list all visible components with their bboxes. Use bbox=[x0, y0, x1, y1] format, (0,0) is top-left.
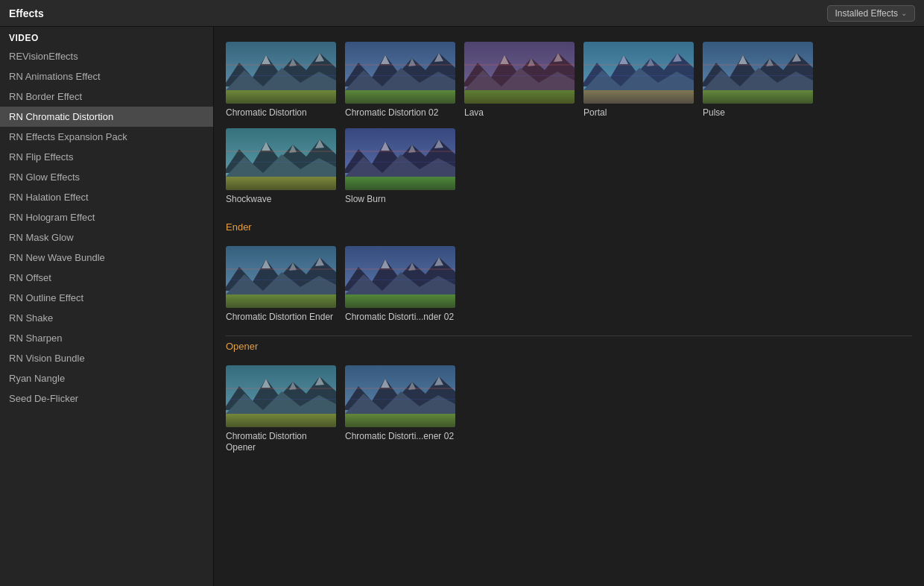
effect-item-lava[interactable]: Lava bbox=[464, 42, 575, 119]
section-opener: Opener Chromatic Distortion Opener bbox=[226, 335, 912, 454]
effect-label-chromatic-distortion: Chromatic Distortion bbox=[226, 107, 336, 119]
svg-rect-55 bbox=[226, 162, 336, 163]
svg-rect-90 bbox=[226, 388, 336, 389]
svg-rect-64 bbox=[345, 162, 455, 163]
sidebar-item-rn-chromatic-distortion[interactable]: RN Chromatic Distortion bbox=[0, 107, 213, 127]
section-label-opener: Opener bbox=[226, 335, 912, 359]
sidebar-item-rn-vision-bundle[interactable]: RN Vision Bundle bbox=[0, 348, 213, 368]
svg-rect-8 bbox=[226, 75, 336, 76]
svg-rect-82 bbox=[345, 280, 455, 280]
svg-rect-15 bbox=[345, 90, 455, 104]
sidebar-item-rn-animations-effect[interactable]: RN Animations Effect bbox=[0, 66, 213, 86]
effect-item-slow-burn[interactable]: Slow Burn bbox=[345, 128, 455, 206]
installed-effects-label: Installed Effects bbox=[835, 8, 899, 19]
sidebar-item-rn-effects-expansion-pack[interactable]: RN Effects Expansion Pack bbox=[0, 127, 213, 147]
effects-grid-no-section: Chromatic Distortion Chromatic Distorti bbox=[226, 42, 912, 205]
content-area: Chromatic Distortion Chromatic Distorti bbox=[214, 27, 924, 586]
svg-rect-63 bbox=[345, 151, 455, 152]
content-sections-container: Chromatic Distortion Chromatic Distorti bbox=[226, 39, 912, 454]
effect-item-shockwave[interactable]: Shockwave bbox=[226, 128, 336, 206]
svg-rect-91 bbox=[226, 399, 336, 400]
svg-rect-37 bbox=[583, 75, 694, 76]
section-label-ender: Ender bbox=[226, 217, 912, 240]
effect-label-portal: Portal bbox=[583, 107, 694, 119]
effect-thumb-chromatic-distortion-opener-02 bbox=[345, 365, 455, 427]
effect-thumb-chromatic-distortion-ender bbox=[226, 246, 336, 308]
svg-rect-36 bbox=[583, 64, 694, 66]
svg-rect-45 bbox=[703, 64, 813, 66]
sidebar-item-rn-mask-glow[interactable]: RN Mask Glow bbox=[0, 227, 213, 248]
installed-effects-button[interactable]: Installed Effects ⌄ bbox=[827, 5, 916, 22]
sidebar-item-rn-border-effect[interactable]: RN Border Effect bbox=[0, 86, 213, 107]
effect-thumb-pulse bbox=[703, 42, 813, 104]
effect-item-chromatic-distortion-ender[interactable]: Chromatic Distortion Ender bbox=[226, 246, 336, 324]
effect-label-chromatic-distortion-opener-02: Chromatic Distorti...ener 02 bbox=[345, 431, 455, 443]
svg-rect-16 bbox=[345, 64, 455, 66]
svg-rect-54 bbox=[226, 151, 336, 152]
sidebar-item-rn-new-wave-bundle[interactable]: RN New Wave Bundle bbox=[0, 248, 213, 268]
svg-rect-17 bbox=[345, 75, 455, 76]
section-ender: Ender Chromatic Distortion Ender bbox=[226, 217, 912, 324]
sidebar-item-rn-sharpen[interactable]: RN Sharpen bbox=[0, 328, 213, 348]
effect-item-portal[interactable]: Portal bbox=[583, 42, 694, 119]
svg-rect-44 bbox=[703, 90, 813, 104]
svg-rect-73 bbox=[226, 280, 336, 280]
effect-label-chromatic-distortion-ender: Chromatic Distortion Ender bbox=[226, 312, 336, 324]
chevron-icon: ⌄ bbox=[901, 9, 907, 17]
sidebar: VIDEO REVisionEffectsRN Animations Effec… bbox=[0, 27, 214, 586]
sidebar-item-rn-offset[interactable]: RN Offset bbox=[0, 268, 213, 288]
svg-rect-81 bbox=[345, 268, 455, 270]
effect-item-chromatic-distortion[interactable]: Chromatic Distortion bbox=[226, 42, 336, 119]
effect-thumb-chromatic-distortion-ender-02 bbox=[345, 246, 455, 308]
effect-thumb-chromatic-distortion-02 bbox=[345, 42, 455, 104]
svg-rect-72 bbox=[226, 268, 336, 270]
svg-rect-99 bbox=[345, 388, 455, 389]
effect-thumb-chromatic-distortion bbox=[226, 42, 336, 104]
svg-rect-27 bbox=[464, 75, 575, 76]
effect-thumb-portal bbox=[583, 42, 694, 104]
svg-rect-6 bbox=[226, 90, 336, 104]
sidebar-item-seed-de-flicker[interactable]: Seed De-Flicker bbox=[0, 388, 213, 409]
effect-label-chromatic-distortion-ender-02: Chromatic Distorti...nder 02 bbox=[345, 312, 455, 324]
svg-rect-26 bbox=[464, 64, 575, 66]
svg-rect-98 bbox=[345, 414, 455, 427]
page-title: Effects bbox=[9, 7, 44, 19]
sidebar-items-container: REVisionEffectsRN Animations EffectRN Bo… bbox=[0, 46, 213, 409]
header: Effects Installed Effects ⌄ bbox=[0, 0, 924, 27]
effects-grid-ender: Chromatic Distortion Ender Chromatic Di bbox=[226, 246, 912, 324]
effect-item-chromatic-distortion-opener-02[interactable]: Chromatic Distorti...ener 02 bbox=[345, 365, 455, 454]
effects-grid-opener: Chromatic Distortion Opener Chromatic D bbox=[226, 365, 912, 454]
effect-thumb-shockwave bbox=[226, 128, 336, 190]
effect-item-chromatic-distortion-opener[interactable]: Chromatic Distortion Opener bbox=[226, 365, 336, 454]
effect-thumb-slow-burn bbox=[345, 128, 455, 190]
sidebar-item-rn-shake[interactable]: RN Shake bbox=[0, 308, 213, 328]
effect-label-chromatic-distortion-opener: Chromatic Distortion Opener bbox=[226, 431, 336, 454]
section-no-section: Chromatic Distortion Chromatic Distorti bbox=[226, 39, 912, 205]
effect-label-shockwave: Shockwave bbox=[226, 194, 336, 206]
svg-rect-89 bbox=[226, 414, 336, 427]
svg-rect-25 bbox=[464, 42, 575, 104]
header-right: Installed Effects ⌄ bbox=[827, 5, 916, 22]
sidebar-item-revisioneffects[interactable]: REVisionEffects bbox=[0, 46, 213, 66]
svg-rect-100 bbox=[345, 399, 455, 400]
svg-rect-80 bbox=[345, 294, 455, 308]
effect-thumb-chromatic-distortion-opener bbox=[226, 365, 336, 427]
sidebar-item-rn-outline-effect[interactable]: RN Outline Effect bbox=[0, 288, 213, 308]
sidebar-item-rn-halation-effect[interactable]: RN Halation Effect bbox=[0, 187, 213, 207]
main-layout: VIDEO REVisionEffectsRN Animations Effec… bbox=[0, 27, 924, 586]
effect-item-pulse[interactable]: Pulse bbox=[703, 42, 813, 119]
sidebar-item-rn-hologram-effect[interactable]: RN Hologram Effect bbox=[0, 207, 213, 227]
svg-rect-7 bbox=[226, 64, 336, 66]
sidebar-item-rn-glow-effects[interactable]: RN Glow Effects bbox=[0, 167, 213, 187]
effect-label-pulse: Pulse bbox=[703, 107, 813, 119]
sidebar-item-ryan-nangle[interactable]: Ryan Nangle bbox=[0, 368, 213, 388]
effect-label-slow-burn: Slow Burn bbox=[345, 194, 455, 206]
sidebar-section-header: VIDEO bbox=[0, 27, 213, 46]
effect-item-chromatic-distortion-ender-02[interactable]: Chromatic Distorti...nder 02 bbox=[345, 246, 455, 324]
svg-rect-35 bbox=[583, 42, 694, 104]
svg-rect-46 bbox=[703, 75, 813, 76]
effect-item-chromatic-distortion-02[interactable]: Chromatic Distortion 02 bbox=[345, 42, 455, 119]
sidebar-item-rn-flip-effects[interactable]: RN Flip Effects bbox=[0, 147, 213, 167]
svg-rect-62 bbox=[345, 177, 455, 190]
svg-rect-71 bbox=[226, 294, 336, 308]
